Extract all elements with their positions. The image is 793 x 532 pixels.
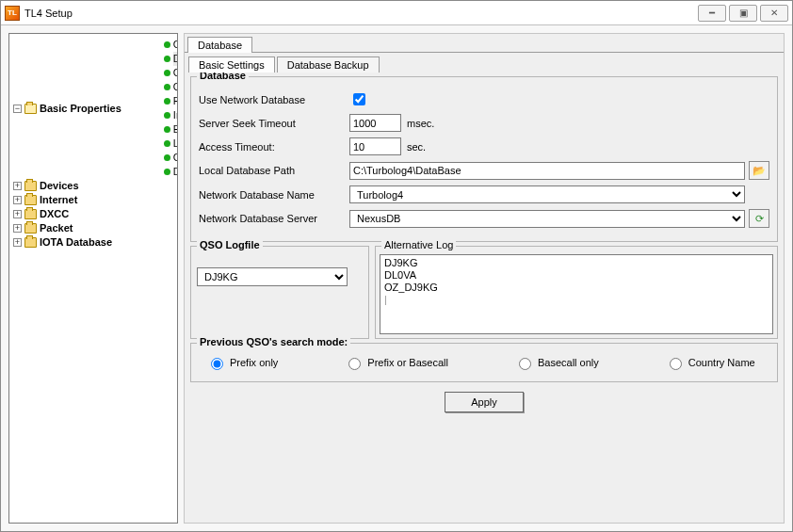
group-qso-legend: QSO Logfile — [197, 239, 263, 250]
list-item[interactable]: DL0VA — [384, 269, 769, 282]
titlebar: TL TL4 Setup ━ ▣ ✕ — [1, 1, 792, 25]
tree-item-clublog-support[interactable]: ClubLog Support — [154, 151, 178, 165]
bullet-icon — [164, 140, 170, 147]
group-qso-logfile: QSO Logfile DJ9KG — [190, 246, 369, 339]
tree-item-database[interactable]: Database — [154, 52, 178, 66]
tree-item-label: Inputline — [173, 108, 178, 122]
label-access-timeout: Access Timeout: — [199, 141, 349, 153]
radio-input[interactable] — [348, 358, 361, 370]
close-button[interactable]: ✕ — [760, 5, 788, 22]
tab-database[interactable]: Database — [187, 37, 252, 53]
tree-item-general[interactable]: General — [154, 38, 178, 52]
tree-item-label: Call Book CD — [173, 66, 178, 80]
tree-item-personal-directories[interactable]: Personal Directories — [154, 94, 178, 108]
expand-icon[interactable]: + — [13, 224, 22, 233]
radio-prefix-or-basecall[interactable]: Prefix or Basecall — [344, 355, 448, 370]
maximize-button[interactable]: ▣ — [729, 5, 757, 22]
radio-label: Prefix only — [230, 357, 278, 368]
tree-item-label: Personal Directories — [173, 94, 178, 108]
folder-icon — [24, 237, 37, 248]
tree-item-label: Database — [173, 52, 178, 66]
select-qso-logfile[interactable]: DJ9KG — [197, 267, 348, 286]
group-search-mode: Previous QSO's search mode: Prefix only … — [190, 343, 778, 382]
input-access-timeout[interactable] — [349, 137, 401, 155]
tree-item-lotw-support[interactable]: LOTW Support — [154, 137, 178, 151]
bullet-icon — [164, 41, 170, 48]
select-network-db-name[interactable]: Turbolog4 — [349, 185, 745, 203]
tree-folder-label: Internet — [40, 193, 77, 207]
input-local-db-path[interactable] — [349, 162, 745, 180]
collapse-icon[interactable]: − — [13, 105, 22, 113]
group-search-legend: Previous QSO's search mode: — [197, 336, 350, 347]
tab-database-backup[interactable]: Database Backup — [277, 56, 380, 73]
unit-sec: sec. — [407, 141, 426, 153]
label-network-db-name: Network Database Name — [199, 189, 349, 201]
tree-item-label: General — [173, 38, 178, 52]
expand-icon[interactable]: + — [13, 238, 22, 247]
tree-item-label: QRZ Database — [173, 80, 178, 94]
nav-tree[interactable]: − Basic Properties GeneralDatabaseCall B… — [8, 33, 178, 524]
radio-prefix-only[interactable]: Prefix only — [206, 355, 278, 370]
tree-item-debug[interactable]: Debug — [154, 165, 178, 179]
radio-input[interactable] — [519, 358, 531, 370]
refresh-icon: ⟳ — [755, 213, 764, 225]
top-tab-row: Database — [185, 34, 784, 53]
tree-folder-label: IOTA Database — [40, 235, 112, 250]
folder-icon — [24, 181, 37, 191]
expand-icon[interactable]: + — [13, 210, 22, 218]
tab-basic-settings[interactable]: Basic Settings — [188, 56, 275, 73]
group-database: Database Use Network Database Server See… — [190, 76, 778, 242]
group-alt-log-legend: Alternative Log — [381, 239, 456, 250]
bullet-icon — [164, 98, 170, 105]
tree-folder-internet[interactable]: +Internet — [13, 193, 77, 207]
radio-label: Country Name — [688, 357, 755, 368]
browse-folder-button[interactable]: 📂 — [749, 161, 769, 180]
tree-root-basic-properties[interactable]: − Basic Properties — [13, 102, 121, 116]
expand-icon[interactable]: + — [13, 182, 22, 190]
tree-item-call-book-cd[interactable]: Call Book CD — [154, 66, 178, 80]
bullet-icon — [164, 169, 170, 175]
list-item[interactable]: OZ_DJ9KG — [384, 282, 769, 294]
main-panel: Database Basic Settings Database Backup … — [184, 33, 785, 524]
checkbox-use-network-db[interactable] — [353, 93, 365, 105]
sub-tab-row: Basic Settings Database Backup — [186, 55, 782, 73]
app-window: TL TL4 Setup ━ ▣ ✕ − Basic Properties — [0, 0, 793, 532]
radio-label: Basecall only — [538, 357, 599, 368]
tree-item-e-mail-settings[interactable]: E-Mail Settings — [154, 122, 178, 137]
group-alternative-log: Alternative Log DJ9KGDL0VAOZ_DJ9KG| — [375, 246, 778, 339]
window-title: TL4 Setup — [24, 8, 73, 19]
radio-input[interactable] — [670, 358, 682, 370]
tree-folder-iota-database[interactable]: +IOTA Database — [13, 235, 112, 250]
list-item[interactable]: DJ9KG — [384, 257, 769, 269]
label-use-network-db: Use Network Database — [199, 94, 349, 105]
tree-folder-devices[interactable]: +Devices — [13, 179, 79, 193]
bullet-icon — [164, 70, 170, 76]
input-seek-timeout[interactable] — [349, 114, 401, 132]
tree-item-label: Debug — [173, 165, 178, 179]
radio-basecall-only[interactable]: Basecall only — [514, 355, 599, 370]
bullet-icon — [164, 126, 170, 133]
listbox-alt-log[interactable]: DJ9KGDL0VAOZ_DJ9KG| — [380, 254, 773, 334]
folder-open-icon — [24, 104, 37, 114]
tree-item-label: ClubLog Support — [173, 151, 178, 165]
select-network-db-server[interactable]: NexusDB — [349, 210, 745, 228]
tree-folder-packet[interactable]: +Packet — [13, 221, 73, 235]
minimize-button[interactable]: ━ — [698, 5, 726, 22]
unit-msec: msec. — [407, 118, 434, 129]
tree-folder-dxcc[interactable]: +DXCC — [13, 207, 69, 221]
folder-open-icon: 📂 — [753, 165, 766, 177]
expand-icon[interactable]: + — [13, 196, 22, 204]
refresh-server-button[interactable]: ⟳ — [749, 209, 769, 228]
tree-folder-label: Devices — [40, 179, 79, 193]
folder-icon — [24, 209, 37, 219]
tree-item-label: E-Mail Settings — [173, 122, 178, 137]
apply-button[interactable]: Apply — [445, 392, 524, 412]
tree-folder-label: DXCC — [40, 207, 69, 221]
tree-item-inputline[interactable]: Inputline — [154, 108, 178, 122]
radio-input[interactable] — [211, 358, 223, 370]
tree-folder-label: Packet — [40, 221, 73, 235]
radio-country-name[interactable]: Country Name — [665, 355, 755, 370]
radio-label: Prefix or Basecall — [367, 357, 448, 368]
label-seek-timeout: Server Seek Timeout — [199, 118, 349, 129]
tree-item-qrz-database[interactable]: QRZ Database — [154, 80, 178, 94]
